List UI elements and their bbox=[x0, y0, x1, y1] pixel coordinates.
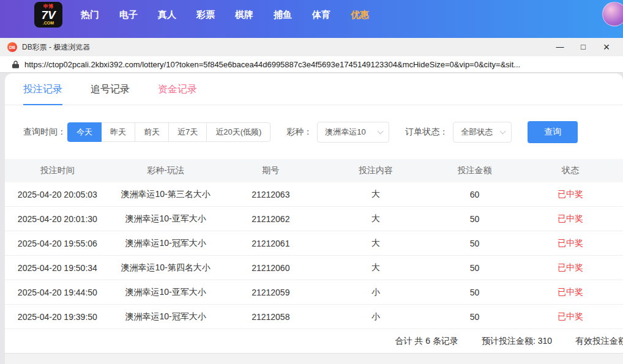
nav-item-sports[interactable]: 体育 bbox=[312, 9, 330, 21]
summary-row: 合计 共 6 条记录 预计投注金额: 310 有效投注金额: bbox=[5, 329, 623, 354]
cell-issue-number: 21212058 bbox=[221, 312, 320, 322]
nav-item-cards[interactable]: 棋牌 bbox=[235, 9, 253, 21]
time-option-7days[interactable]: 近7天 bbox=[168, 122, 207, 142]
cell-bet-amount: 50 bbox=[431, 263, 518, 273]
cell-game-type: 澳洲幸运10-亚军大小 bbox=[110, 214, 222, 225]
cell-game-type: 澳洲幸运10-亚军大小 bbox=[110, 287, 222, 298]
time-option-today[interactable]: 今天 bbox=[67, 122, 102, 142]
cell-issue-number: 21212060 bbox=[221, 263, 320, 273]
summary-valid-amount-label: 有效投注金额: bbox=[575, 336, 623, 347]
table-header-row: 投注时间 彩种-玩法 期号 投注内容 投注金额 状态 bbox=[5, 159, 623, 182]
logo-text-main: 7V bbox=[41, 9, 55, 21]
nav-item-slots[interactable]: 电子 bbox=[119, 9, 138, 21]
cell-game-type: 澳洲幸运10-冠军大小 bbox=[110, 311, 222, 322]
time-option-day-before[interactable]: 前天 bbox=[135, 122, 169, 142]
tab-chase-records[interactable]: 追号记录 bbox=[91, 83, 130, 105]
cell-game-type: 澳洲幸运10-第三名大小 bbox=[110, 189, 222, 200]
nav-item-fishing[interactable]: 捕鱼 bbox=[274, 9, 292, 21]
cell-status: 已中奖 bbox=[518, 311, 623, 322]
cell-bet-amount: 60 bbox=[431, 190, 518, 199]
cell-bet-content: 小 bbox=[320, 287, 431, 298]
cell-game-type: 澳洲幸运10-第四名大小 bbox=[110, 262, 222, 273]
cell-bet-time: 2025-04-20 19:55:06 bbox=[5, 239, 110, 248]
tab-bet-records[interactable]: 投注记录 bbox=[23, 83, 62, 105]
user-avatar[interactable] bbox=[602, 2, 623, 26]
window-title: DB彩票 - 极速浏览器 bbox=[22, 42, 90, 53]
cell-bet-content: 大 bbox=[320, 238, 431, 249]
table-row: 2025-04-20 19:55:06 澳洲幸运10-冠军大小 21212061… bbox=[5, 231, 623, 256]
logo-text-suffix: .COM bbox=[43, 21, 54, 25]
header-status: 状态 bbox=[518, 165, 623, 176]
table-row: 2025-04-20 20:05:03 澳洲幸运10-第三名大小 2121206… bbox=[5, 182, 623, 207]
cell-bet-amount: 50 bbox=[431, 312, 518, 322]
cell-bet-time: 2025-04-20 19:44:50 bbox=[5, 288, 110, 297]
cell-status: 已中奖 bbox=[518, 287, 623, 298]
main-nav: 热门 电子 真人 彩票 棋牌 捕鱼 体育 优惠 bbox=[81, 9, 369, 21]
site-logo[interactable]: 申博 7V .COM bbox=[34, 2, 62, 28]
lock-icon[interactable] bbox=[12, 61, 19, 69]
nav-item-hot[interactable]: 热门 bbox=[81, 9, 99, 21]
cell-bet-time: 2025-04-20 20:01:30 bbox=[5, 214, 110, 224]
cell-issue-number: 21212059 bbox=[221, 288, 320, 297]
maximize-icon[interactable]: □ bbox=[572, 38, 595, 56]
table-row: 2025-04-20 20:01:30 澳洲幸运10-亚军大小 21212062… bbox=[5, 207, 623, 231]
cell-bet-content: 小 bbox=[320, 311, 431, 322]
cell-status: 已中奖 bbox=[518, 262, 623, 273]
header-bet-time: 投注时间 bbox=[5, 165, 110, 176]
table-row: 2025-04-20 19:50:34 澳洲幸运10-第四名大小 2121206… bbox=[5, 256, 623, 280]
close-icon[interactable]: × bbox=[595, 38, 618, 56]
cell-game-type: 澳洲幸运10-冠军大小 bbox=[110, 238, 222, 249]
favicon-text: DB bbox=[9, 45, 15, 50]
nav-item-promo[interactable]: 优惠 bbox=[351, 9, 369, 21]
header-issue-number: 期号 bbox=[221, 165, 320, 176]
cell-status: 已中奖 bbox=[518, 238, 623, 249]
page-background: 投注记录 追号记录 资金记录 查询时间： 今天 昨天 前天 近7天 近20天(低… bbox=[0, 73, 623, 364]
bet-records-table: 投注时间 彩种-玩法 期号 投注内容 投注金额 状态 2025-04-20 20… bbox=[5, 159, 623, 329]
header-game-type: 彩种-玩法 bbox=[110, 165, 222, 176]
content-card: 投注记录 追号记录 资金记录 查询时间： 今天 昨天 前天 近7天 近20天(低… bbox=[5, 73, 623, 364]
cell-bet-content: 大 bbox=[320, 189, 431, 200]
page-footer bbox=[5, 354, 623, 364]
table-row: 2025-04-20 19:44:50 澳洲幸运10-亚军大小 21212059… bbox=[5, 280, 623, 305]
cell-issue-number: 21212062 bbox=[221, 214, 320, 224]
cell-status: 已中奖 bbox=[518, 214, 623, 225]
site-header: 申博 7V .COM 热门 电子 真人 彩票 棋牌 捕鱼 体育 优惠 bbox=[0, 0, 623, 38]
window-controls: — □ × bbox=[548, 38, 618, 56]
header-bet-content: 投注内容 bbox=[320, 165, 431, 176]
url-text[interactable]: https://ctop02pcali.2kbxi392.com/lottery… bbox=[24, 60, 623, 69]
nav-item-live[interactable]: 真人 bbox=[158, 9, 176, 21]
lottery-select[interactable]: 澳洲幸运10 bbox=[317, 122, 389, 143]
cell-bet-amount: 50 bbox=[431, 239, 518, 248]
cell-bet-content: 大 bbox=[320, 262, 431, 273]
chevron-down-icon bbox=[500, 128, 506, 134]
minimize-icon[interactable]: — bbox=[548, 38, 572, 56]
cell-bet-amount: 50 bbox=[431, 288, 518, 297]
cell-bet-amount: 50 bbox=[431, 214, 518, 224]
browser-urlbar[interactable]: https://ctop02pcali.2kbxi392.com/lottery… bbox=[0, 56, 623, 73]
search-button[interactable]: 查询 bbox=[528, 121, 578, 143]
cell-status: 已中奖 bbox=[518, 189, 623, 200]
time-filter-label: 查询时间： bbox=[23, 127, 66, 138]
time-option-yesterday[interactable]: 昨天 bbox=[101, 122, 135, 142]
browser-favicon-icon: DB bbox=[7, 42, 17, 52]
status-select-value: 全部状态 bbox=[461, 127, 493, 138]
cell-bet-time: 2025-04-20 19:39:50 bbox=[5, 312, 110, 322]
status-filter-label: 订单状态： bbox=[405, 127, 448, 138]
lottery-filter-label: 彩种： bbox=[286, 127, 312, 138]
time-option-20days[interactable]: 近20天(低频) bbox=[206, 122, 270, 142]
table-row: 2025-04-20 19:39:50 澳洲幸运10-冠军大小 21212058… bbox=[5, 305, 623, 329]
order-status-select[interactable]: 全部状态 bbox=[453, 122, 512, 143]
browser-titlebar: DB DB彩票 - 极速浏览器 — □ × bbox=[0, 38, 623, 56]
cell-bet-time: 2025-04-20 19:50:34 bbox=[5, 263, 110, 273]
header-bet-amount: 投注金额 bbox=[431, 165, 518, 176]
nav-item-lottery[interactable]: 彩票 bbox=[196, 9, 215, 21]
time-range-group: 今天 昨天 前天 近7天 近20天(低频) bbox=[67, 122, 270, 142]
summary-expected-amount: 预计投注金额: 310 bbox=[482, 336, 552, 347]
chevron-down-icon bbox=[378, 128, 384, 134]
browser-window: DB DB彩票 - 极速浏览器 — □ × https://ctop02pcal… bbox=[0, 38, 623, 364]
summary-total: 合计 共 6 条记录 bbox=[395, 336, 458, 347]
lottery-select-value: 澳洲幸运10 bbox=[325, 127, 365, 138]
tab-fund-records[interactable]: 资金记录 bbox=[158, 83, 197, 105]
record-tabs: 投注记录 追号记录 资金记录 bbox=[5, 73, 623, 105]
cell-bet-time: 2025-04-20 20:05:03 bbox=[5, 190, 110, 199]
